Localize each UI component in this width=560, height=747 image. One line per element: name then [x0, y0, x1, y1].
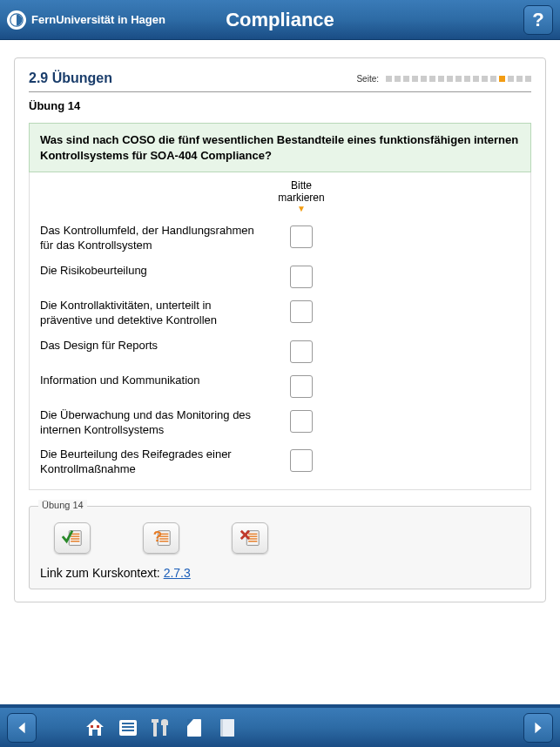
next-page-button[interactable]: [523, 713, 553, 743]
notes-button[interactable]: [213, 713, 242, 743]
page-dot[interactable]: [412, 76, 418, 82]
toolbar-center: [80, 713, 242, 743]
page-dot[interactable]: [421, 76, 427, 82]
page-dot[interactable]: [508, 76, 514, 82]
option-label: Information und Kommunikation: [40, 374, 267, 388]
page-frame: 2.9 Übungen Seite: Übung 14 Was sind nac…: [14, 57, 546, 602]
brand-logo: FernUniversität in Hagen: [7, 10, 165, 30]
option-row: Information und Kommunikation: [40, 374, 520, 398]
option-row: Die Risikobeurteilung: [40, 264, 520, 288]
app-header: FernUniversität in Hagen Compliance ?: [0, 0, 560, 40]
svg-rect-17: [92, 730, 98, 736]
column-header: Bitte markieren ▼: [267, 179, 336, 213]
option-checkbox[interactable]: [290, 449, 313, 472]
context-link-label: Link zum Kurskontext:: [40, 566, 164, 580]
svg-rect-18: [91, 725, 93, 728]
option-row: Die Beurteilung des Reifegrades einer Ko…: [40, 448, 520, 477]
arrow-down-icon: ▼: [267, 204, 336, 213]
exercise-title: Übung 14: [29, 99, 531, 112]
page-dot[interactable]: [473, 76, 479, 82]
page-dot[interactable]: [455, 76, 462, 82]
show-hint-button[interactable]: ?: [143, 522, 179, 554]
option-label: Das Kontrollumfeld, der Handlungsrahmen …: [40, 224, 267, 253]
page-dot[interactable]: [395, 76, 401, 82]
option-checkbox[interactable]: [290, 266, 313, 288]
section-header-row: 2.9 Übungen Seite:: [29, 71, 531, 86]
svg-rect-19: [97, 725, 99, 728]
content-area: 2.9 Übungen Seite: Übung 14 Was sind nac…: [0, 40, 560, 620]
toolbar-divider: [0, 704, 560, 708]
svg-rect-25: [152, 719, 159, 723]
option-label: Die Beurteilung des Reifegrades einer Ko…: [40, 448, 267, 477]
option-label: Die Kontrollaktivitäten, unterteilt in p…: [40, 299, 267, 328]
actions-legend: Übung 14: [38, 500, 87, 510]
page-indicator-label: Seite:: [356, 74, 379, 84]
home-button[interactable]: [80, 713, 110, 743]
arrow-left-icon: [14, 720, 30, 736]
page-dot[interactable]: [403, 76, 409, 82]
page-dot[interactable]: [429, 76, 435, 82]
option-label: Die Überwachung und das Monitoring des i…: [40, 408, 267, 438]
prev-page-button[interactable]: [7, 713, 37, 743]
question-doc-icon: ?: [150, 528, 172, 548]
arrow-right-icon: [530, 720, 546, 736]
reset-button[interactable]: [232, 522, 268, 554]
check-answer-button[interactable]: [54, 522, 91, 554]
section-title: 2.9 Übungen: [29, 71, 112, 86]
page-icon: [216, 717, 239, 739]
page-fold-icon: [183, 717, 206, 739]
page-dot[interactable]: [447, 76, 453, 82]
option-checkbox[interactable]: [290, 340, 313, 363]
page-dot[interactable]: [386, 76, 392, 82]
home-icon: [84, 717, 106, 739]
context-link[interactable]: 2.7.3: [164, 566, 191, 580]
option-label: Die Risikobeurteilung: [40, 264, 267, 279]
list-icon: [117, 717, 139, 739]
contents-button[interactable]: [113, 713, 143, 743]
svg-rect-28: [223, 719, 234, 737]
bottom-toolbar: [0, 707, 560, 747]
page-title: Compliance: [226, 9, 334, 31]
options-area: Bitte markieren ▼ Das Kontrollumfeld, de…: [29, 172, 531, 490]
tools-button[interactable]: [146, 713, 176, 743]
help-icon: ?: [532, 9, 543, 31]
page-dot[interactable]: [499, 76, 505, 82]
page-dot[interactable]: [516, 76, 523, 82]
option-checkbox[interactable]: [290, 225, 313, 248]
page-dot[interactable]: [464, 76, 470, 82]
page-dot[interactable]: [525, 76, 531, 82]
checkmark-doc-icon: [61, 528, 84, 548]
option-row: Das Design für Reports: [40, 339, 520, 363]
page-dot[interactable]: [438, 76, 444, 82]
page-dot[interactable]: [490, 76, 496, 82]
option-checkbox[interactable]: [290, 300, 313, 323]
svg-text:?: ?: [153, 528, 162, 545]
brand-logo-icon: [7, 10, 26, 30]
option-checkbox[interactable]: [290, 375, 313, 398]
help-button[interactable]: ?: [523, 5, 553, 35]
page-dot[interactable]: [482, 76, 488, 82]
question-text: Was sind nach COSO die fünf wesentlichen…: [29, 123, 531, 172]
context-link-row: Link zum Kurskontext: 2.7.3: [40, 566, 520, 580]
option-row: Die Überwachung und das Monitoring des i…: [40, 408, 520, 438]
cross-doc-icon: [239, 528, 261, 548]
option-checkbox[interactable]: [290, 410, 313, 433]
action-buttons-row: ?: [54, 522, 520, 554]
divider: [29, 91, 531, 92]
option-label: Das Design für Reports: [40, 339, 267, 353]
bookmark-button[interactable]: [179, 713, 209, 743]
page-indicator: Seite:: [356, 74, 531, 84]
actions-panel: Übung 14: [29, 506, 531, 589]
option-row: Das Kontrollumfeld, der Handlungsrahmen …: [40, 224, 520, 253]
option-row: Die Kontrollaktivitäten, unterteilt in p…: [40, 299, 520, 328]
tools-icon: [150, 717, 172, 739]
brand-name: FernUniversität in Hagen: [31, 13, 165, 26]
